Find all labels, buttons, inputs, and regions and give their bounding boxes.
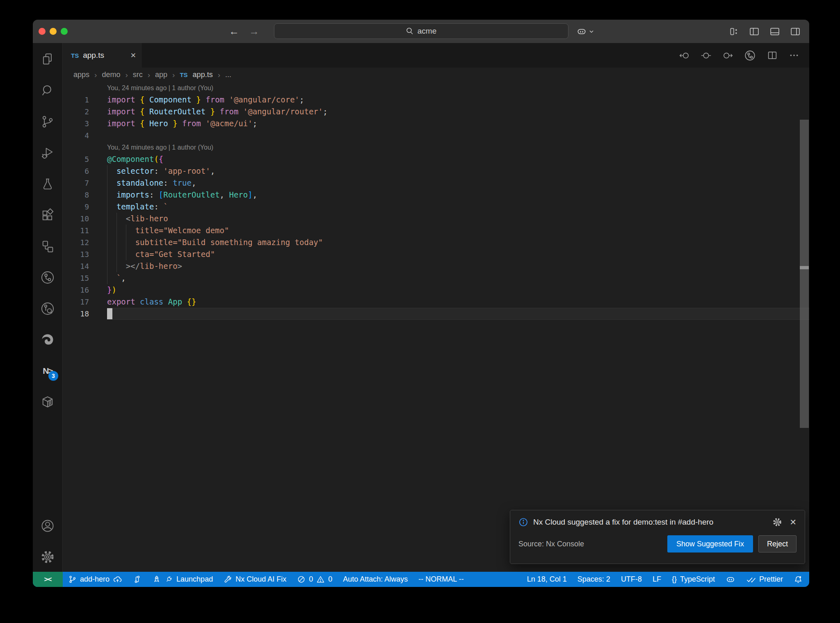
git-graph-icon[interactable] <box>40 270 55 285</box>
breadcrumb-item[interactable]: apps <box>73 70 89 79</box>
reject-button[interactable]: Reject <box>758 535 797 553</box>
command-center-search[interactable]: acme <box>274 23 568 39</box>
tab-label: app.ts <box>83 51 104 60</box>
vim-mode-status[interactable]: -- NORMAL -- <box>413 572 469 587</box>
indent-guide <box>107 248 107 260</box>
indent-guide <box>107 201 107 213</box>
nx-cloud-ai-fix-status[interactable]: Nx Cloud AI Fix <box>218 572 292 587</box>
close-tab-icon[interactable]: ✕ <box>130 51 136 60</box>
code-lines: You, 24 minutes ago | 1 author (You)1imp… <box>63 82 809 320</box>
nx-console-icon[interactable]: N> 3 <box>40 364 55 378</box>
branch-name: add-hero <box>80 575 110 584</box>
breadcrumb-item[interactable]: demo <box>102 70 120 79</box>
split-editor-icon[interactable] <box>767 50 778 61</box>
code-line[interactable]: 15 `, <box>63 272 809 284</box>
code-line[interactable]: 6 selector: 'app-root', <box>63 165 809 177</box>
notification-settings-gear-icon[interactable] <box>772 517 782 527</box>
customize-layout-icon[interactable] <box>729 26 740 37</box>
code-line[interactable]: 14 ></lib-hero> <box>63 260 809 272</box>
changes-icon[interactable] <box>701 50 712 61</box>
code-line[interactable]: 18 <box>63 308 809 320</box>
line-number <box>63 82 89 94</box>
line-number: 5 <box>63 153 89 165</box>
vertical-scrollbar[interactable] <box>800 120 809 428</box>
auto-attach-status[interactable]: Auto Attach: Always <box>338 572 413 587</box>
code-line[interactable]: 12 subtitle="Build something amazing tod… <box>63 236 809 248</box>
code-editor[interactable]: You, 24 minutes ago | 1 author (You)1imp… <box>63 82 809 572</box>
eol-status[interactable]: LF <box>647 572 667 587</box>
launchpad-status[interactable]: Launchpad <box>147 572 218 587</box>
containers-icon[interactable] <box>40 395 55 409</box>
notifications-bell[interactable] <box>788 572 809 587</box>
code-line[interactable]: 5@Component({ <box>63 153 809 165</box>
rocket-icon <box>152 575 161 584</box>
code-line[interactable]: 4 <box>63 130 809 141</box>
code-line[interactable]: 1import { Component } from '@angular/cor… <box>63 94 809 106</box>
line-number: 2 <box>63 106 89 118</box>
gitlens-icon[interactable] <box>40 301 55 316</box>
run-debug-icon[interactable] <box>40 146 55 160</box>
formatter-status[interactable]: Prettier <box>741 572 788 587</box>
indentation-status[interactable]: Spaces: 2 <box>572 572 616 587</box>
close-window-button[interactable] <box>39 28 46 35</box>
explorer-icon[interactable] <box>40 52 55 67</box>
testing-icon[interactable] <box>40 177 55 191</box>
show-suggested-fix-button[interactable]: Show Suggested Fix <box>667 535 753 553</box>
code-line[interactable]: 9 template: ` <box>63 201 809 213</box>
indent-guide <box>116 248 117 260</box>
code-line[interactable]: 7 standalone: true, <box>63 177 809 189</box>
breadcrumb-item[interactable]: app <box>155 70 167 79</box>
breadcrumb-file[interactable]: app.ts <box>193 70 213 79</box>
code-line[interactable]: 17export class App {} <box>63 296 809 308</box>
notification-close-icon[interactable]: ✕ <box>790 517 797 527</box>
zoom-window-button[interactable] <box>61 28 68 35</box>
file-history-icon[interactable] <box>744 50 756 61</box>
toggle-secondary-sidebar-icon[interactable] <box>790 26 801 37</box>
back-arrow-icon[interactable]: ← <box>229 25 239 37</box>
breadcrumb-symbol-overflow[interactable]: ... <box>225 70 231 79</box>
git-commits-status[interactable] <box>128 572 147 587</box>
forward-arrow-icon[interactable]: → <box>249 25 259 37</box>
git-branch-status[interactable]: add-hero <box>63 572 128 587</box>
code-line[interactable]: 16}) <box>63 284 809 296</box>
language-mode-status[interactable]: {} TypeScript <box>667 572 720 587</box>
source-control-icon[interactable] <box>40 114 55 129</box>
indent-guide <box>107 189 107 201</box>
encoding-status[interactable]: UTF-8 <box>616 572 647 587</box>
toggle-panel-icon[interactable] <box>769 26 781 37</box>
line-number: 9 <box>63 201 89 213</box>
code-line[interactable]: 13 cta="Get Started" <box>63 248 809 260</box>
copilot-icon <box>726 575 735 584</box>
code-line[interactable]: 2import { RouterOutlet } from '@angular/… <box>63 106 809 118</box>
remote-indicator[interactable]: >< <box>33 572 63 587</box>
copilot-menu-button[interactable] <box>576 20 594 43</box>
indent-guide <box>126 236 126 248</box>
problems-status[interactable]: 0 0 <box>292 572 338 587</box>
blame-annotation[interactable]: You, 24 minutes ago | 1 author (You) <box>63 82 809 94</box>
code-line[interactable]: 3import { Hero } from '@acme/ui'; <box>63 118 809 130</box>
search-sidebar-icon[interactable] <box>40 83 55 98</box>
breadcrumb-item[interactable]: src <box>133 70 143 79</box>
account-icon[interactable] <box>40 518 55 533</box>
settings-gear-icon[interactable] <box>40 550 55 564</box>
warning-count: 0 <box>328 575 332 584</box>
code-line[interactable]: 11 title="Welcmoe demo" <box>63 225 809 236</box>
line-number: 7 <box>63 177 89 189</box>
cursor-position-status[interactable]: Ln 18, Col 1 <box>522 572 572 587</box>
copilot-status[interactable] <box>720 572 741 587</box>
blame-annotation[interactable]: You, 24 minutes ago | 1 author (You) <box>63 141 809 153</box>
edge-browser-icon[interactable] <box>40 332 55 347</box>
vscode-window: ← → acme <box>33 20 809 587</box>
references-icon[interactable] <box>40 239 55 254</box>
tab-app-ts[interactable]: TS app.ts ✕ <box>63 43 142 68</box>
toggle-primary-sidebar-icon[interactable] <box>749 26 760 37</box>
indent-guide <box>107 213 107 225</box>
code-line[interactable]: 10 <lib-hero <box>63 213 809 225</box>
code-line[interactable]: 8 imports: [RouterOutlet, Hero], <box>63 189 809 201</box>
next-change-icon[interactable] <box>722 50 733 61</box>
minimize-window-button[interactable] <box>50 28 57 35</box>
previous-change-icon[interactable] <box>679 50 690 61</box>
more-actions-icon[interactable] <box>789 50 799 61</box>
extensions-icon[interactable] <box>40 208 55 223</box>
braces-icon: {} <box>672 575 677 584</box>
